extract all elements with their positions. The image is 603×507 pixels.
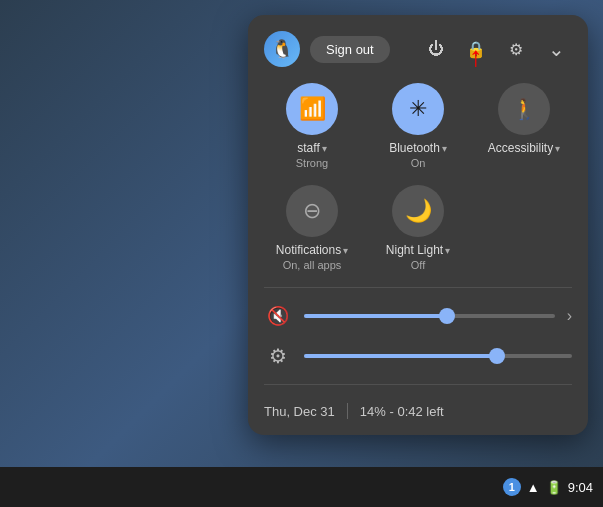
empty-tile-3 xyxy=(476,185,572,271)
lock-button[interactable]: 🔒 xyxy=(460,33,492,65)
bluetooth-tile-icon[interactable]: ✳ xyxy=(392,83,444,135)
bluetooth-label: Bluetooth xyxy=(389,141,440,155)
brightness-slider-thumb[interactable] xyxy=(489,348,505,364)
sign-out-button[interactable]: Sign out xyxy=(310,36,390,63)
quick-settings-panel: 🐧 Sign out ⏻ 🔒 ⚙ ⌄ ↑ 📶 staff xyxy=(248,15,588,435)
chevron-down-button[interactable]: ⌄ xyxy=(540,33,572,65)
volume-slider-row: 🔇 › xyxy=(264,296,572,336)
wifi-tile[interactable]: 📶 staff ▾ Strong xyxy=(264,83,360,169)
volume-slider-thumb[interactable] xyxy=(439,308,455,324)
header-icons: ⏻ 🔒 ⚙ ⌄ xyxy=(420,33,572,65)
notifications-label: Notifications xyxy=(276,243,341,257)
power-button[interactable]: ⏻ xyxy=(420,33,452,65)
brightness-slider-track[interactable] xyxy=(304,354,572,358)
taskbar-right: 1 ▲ 🔋 9:04 xyxy=(503,478,593,496)
brightness-icon[interactable]: ⚙ xyxy=(264,342,292,370)
wifi-status-icon: ▲ xyxy=(527,480,540,495)
clock[interactable]: 9:04 xyxy=(568,480,593,495)
notifications-icon: ⊖ xyxy=(303,198,321,224)
volume-slider-track[interactable] xyxy=(304,314,555,318)
wifi-label: staff xyxy=(297,141,319,155)
brightness-slider-fill xyxy=(304,354,497,358)
lock-icon: 🔒 xyxy=(466,40,486,59)
taskbar: 1 ▲ 🔋 9:04 xyxy=(0,467,603,507)
nightlight-label: Night Light xyxy=(386,243,443,257)
brightness-slider-row: ⚙ xyxy=(264,336,572,376)
nightlight-tile[interactable]: 🌙 Night Light ▾ Off xyxy=(370,185,466,271)
footer-divider xyxy=(347,403,348,419)
accessibility-dropdown-arrow: ▾ xyxy=(555,143,560,154)
nightlight-tile-icon[interactable]: 🌙 xyxy=(392,185,444,237)
nightlight-sublabel: Off xyxy=(411,259,425,271)
panel-header: 🐧 Sign out ⏻ 🔒 ⚙ ⌄ xyxy=(264,31,572,67)
accessibility-label: Accessibility xyxy=(488,141,553,155)
wifi-dropdown-arrow: ▾ xyxy=(322,143,327,154)
nightlight-dropdown-arrow: ▾ xyxy=(445,245,450,256)
footer-battery: 14% - 0:42 left xyxy=(360,404,444,419)
chevron-down-icon: ⌄ xyxy=(548,37,565,61)
notifications-sublabel: On, all apps xyxy=(283,259,342,271)
wifi-icon: 📶 xyxy=(299,96,326,122)
settings-button[interactable]: ⚙ xyxy=(500,33,532,65)
bluetooth-icon: ✳ xyxy=(409,96,427,122)
volume-mute-icon[interactable]: 🔇 xyxy=(264,302,292,330)
wifi-sublabel: Strong xyxy=(296,157,328,169)
divider-2 xyxy=(264,384,572,385)
notifications-tile-icon[interactable]: ⊖ xyxy=(286,185,338,237)
volume-slider-fill xyxy=(304,314,447,318)
bluetooth-sublabel: On xyxy=(411,157,426,169)
settings-icon: ⚙ xyxy=(509,40,523,59)
accessibility-tile[interactable]: 🚶 Accessibility ▾ xyxy=(476,83,572,169)
bluetooth-tile[interactable]: ✳ Bluetooth ▾ On xyxy=(370,83,466,169)
tiles-row-2: ⊖ Notifications ▾ On, all apps 🌙 Night L… xyxy=(264,185,572,271)
accessibility-tile-icon[interactable]: 🚶 xyxy=(498,83,550,135)
power-icon: ⏻ xyxy=(428,40,444,58)
nightlight-icon: 🌙 xyxy=(405,198,432,224)
avatar[interactable]: 🐧 xyxy=(264,31,300,67)
panel-footer: Thu, Dec 31 14% - 0:42 left xyxy=(264,395,572,419)
tiles-row-1: 📶 staff ▾ Strong ✳ Bluetooth ▾ On 🚶 Ac xyxy=(264,83,572,169)
wifi-tile-icon[interactable]: 📶 xyxy=(286,83,338,135)
divider-1 xyxy=(264,287,572,288)
notifications-dropdown-arrow: ▾ xyxy=(343,245,348,256)
volume-chevron-icon[interactable]: › xyxy=(567,307,572,325)
notification-badge[interactable]: 1 xyxy=(503,478,521,496)
battery-status-icon: 🔋 xyxy=(546,480,562,495)
bluetooth-dropdown-arrow: ▾ xyxy=(442,143,447,154)
accessibility-icon: 🚶 xyxy=(512,97,537,121)
notifications-tile[interactable]: ⊖ Notifications ▾ On, all apps xyxy=(264,185,360,271)
footer-date: Thu, Dec 31 xyxy=(264,404,335,419)
